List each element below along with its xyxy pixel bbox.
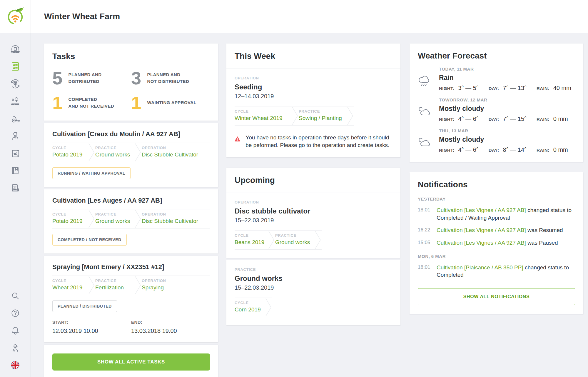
stat-value: 1 <box>52 95 62 111</box>
task-breadcrumb: CYCLE Potato 2019 PRACTICE Ground works … <box>52 209 210 228</box>
this-week-card: This Week OPERATION Seeding 12–14.03.201… <box>226 44 400 157</box>
notification-text: Cultivation [Plaisance / AB 350 PP] chan… <box>437 264 575 279</box>
weather-day-row: THU, 13 MAR Mostly cloudy NIGHT:4° — 6° … <box>418 128 575 153</box>
notification-link[interactable]: Cultivation [Les Vignes / AA 927 AB] <box>437 207 526 213</box>
task-item[interactable]: Cultivation [Les Auges / AA 927 AB] CYCL… <box>44 189 218 253</box>
weather-day-info: THU, 13 MAR Mostly cloudy NIGHT:4° — 6° … <box>439 128 578 153</box>
notification-row: 18:01 Cultivation [Les Vignes / AA 927 A… <box>418 206 575 221</box>
chevron-separator-icon <box>88 209 95 228</box>
breadcrumb-practice: PRACTICE Fertilization <box>95 276 134 295</box>
operation-name[interactable]: Seeding <box>235 83 392 91</box>
breadcrumb-cycle: CYCLE Potato 2019 <box>52 143 88 162</box>
notification-row: 16:22 Cultivation [Les Vignes / AA 927 A… <box>418 226 575 234</box>
stat-waiting-approval: 1 WAINTING APPROVAL <box>131 95 210 111</box>
rain-metric: RAIN:40 mm <box>537 85 571 91</box>
weather-metrics: NIGHT:4° — 6° DAY:7° — 15° RAIN:0 mm <box>439 116 578 122</box>
rain-metric: RAIN:0 mm <box>537 116 568 122</box>
notification-link[interactable]: Cultivation [Plaisance / AB 350 PP] <box>437 264 523 271</box>
stat-planned-not-distributed: 3 PLANNED AND NOT DISTRIBUTED <box>131 70 210 86</box>
day-metric: DAY:7° — 13° <box>489 85 527 91</box>
show-all-active-tasks-button[interactable]: SHOW ALL ACTIVE TASKS <box>52 353 210 371</box>
chevron-separator-icon <box>268 231 275 249</box>
language-flag-icon[interactable] <box>10 360 21 371</box>
notification-group-label: MON, 6 MAR <box>418 254 575 259</box>
breadcrumb-cycle: CYCLE Beans 2019 <box>235 231 268 249</box>
notification-row: 15:05 Cultivation [Les Vignes / AA 927 A… <box>418 239 575 247</box>
weather-day-info: TODAY, 11 MAR Rain NIGHT:3° — 5° DAY:7° … <box>439 66 581 91</box>
task-breadcrumb: CYCLE Wheat 2019 PRACTICE Fertilization … <box>52 276 210 295</box>
weather-forecast-card: Weather Forecast TODAY, 11 MAR Rain NIGH… <box>410 44 583 162</box>
chevron-end-icon <box>314 231 322 249</box>
weather-title: Weather Forecast <box>418 51 575 61</box>
tasks-card: Tasks 5 PLANNED AND DISTRIBUTED 3 PLANNE… <box>44 44 218 377</box>
task-item[interactable]: Cultivation [Creux du Moulin / AA 927 AB… <box>44 123 218 187</box>
tasks-card-title: Tasks <box>52 52 210 61</box>
task-start: START: 12.03.2019 10:00 <box>52 320 131 334</box>
breadcrumb-operation: OPERATION Disc Stubble Cultivator <box>142 209 199 228</box>
weather-day-row: TOWORROW, 12 MAR Mostly cloudy NIGHT:4° … <box>418 97 575 122</box>
task-title: Cultivation [Les Auges / AA 927 AB] <box>52 197 210 204</box>
rain-cloud-icon <box>418 75 431 91</box>
notification-time: 18:01 <box>418 206 437 221</box>
journal-icon[interactable] <box>10 165 21 176</box>
upcoming-title-row: Upcoming <box>226 168 400 193</box>
breadcrumb-cycle: CYCLE Potato 2019 <box>52 209 88 228</box>
show-all-notifications-button[interactable]: SHOW ALL NOTIFICATIONS <box>418 288 575 305</box>
stat-value: 5 <box>52 70 62 86</box>
workers-icon[interactable] <box>10 131 21 141</box>
top-header: Winter Wheat Farm <box>0 0 588 33</box>
weather-condition: Mostly cloudy <box>439 136 578 144</box>
this-week-title-row: This Week <box>226 44 400 69</box>
practice-name[interactable]: Ground works <box>235 274 392 283</box>
operation-name[interactable]: Disc stubble cultivator <box>235 207 392 215</box>
inventory-icon[interactable] <box>10 148 21 159</box>
breadcrumb-cycle: CYCLE Corn 2019 <box>235 298 265 317</box>
notification-link[interactable]: Cultivation [Les Vignes / AA 927 AB] <box>437 227 526 233</box>
rain-metric: RAIN:0 mm <box>537 146 568 153</box>
notification-text: Cultivation [Les Vignes / AA 927 AB] cha… <box>437 206 575 221</box>
stat-planned-distributed: 5 PLANNED AND DISTRIBUTED <box>52 70 131 86</box>
app-logo[interactable] <box>0 0 31 33</box>
weather-metrics: NIGHT:3° — 5° DAY:7° — 13° RAIN:40 mm <box>439 85 581 91</box>
notification-text: Cultivation [Les Vignes / AA 927 AB] was… <box>437 226 563 234</box>
tasks-footer-section: SHOW ALL ACTIVE TASKS <box>44 345 218 377</box>
weather-date: TOWORROW, 12 MAR <box>439 97 578 102</box>
help-icon[interactable] <box>10 308 21 318</box>
clouds-icon <box>418 136 431 153</box>
notification-row: 18:01 Cultivation [Plaisance / AB 350 PP… <box>418 264 575 279</box>
weather-day-row: TODAY, 11 MAR Rain NIGHT:3° — 5° DAY:7° … <box>418 66 575 91</box>
night-metric: NIGHT:4° — 6° <box>439 146 479 153</box>
reports-icon[interactable] <box>10 183 21 193</box>
notifications-title: Notifications <box>418 180 575 189</box>
search-icon[interactable] <box>10 291 21 301</box>
weather-condition: Mostly cloudy <box>439 105 578 113</box>
notification-time: 16:22 <box>418 226 437 234</box>
farm-icon[interactable] <box>10 44 21 54</box>
warning-triangle-icon <box>235 134 240 144</box>
machinery-icon[interactable] <box>10 113 21 124</box>
task-item[interactable]: Spraying [Mont Emery / XX2351 #12] CYCLE… <box>44 256 218 342</box>
notification-link[interactable]: Cultivation [Les Vignes / AA 927 AB] <box>437 240 526 246</box>
this-week-title: This Week <box>235 51 392 61</box>
upcoming-item: OPERATION Disc stubble cultivator 15–22.… <box>226 193 400 258</box>
tasks-stats: 5 PLANNED AND DISTRIBUTED 3 PLANNED AND … <box>52 70 210 111</box>
crop-rotation-icon[interactable] <box>10 79 21 89</box>
operation-dates: 15–22.03.2019 <box>235 217 392 224</box>
breadcrumb-practice: PRACTICE Ground works <box>95 143 134 162</box>
tasks-icon[interactable] <box>10 61 21 72</box>
task-title: Cultivation [Creux du Moulin / AA 927 AB… <box>52 130 210 138</box>
upcoming-title: Upcoming <box>235 176 392 185</box>
operation-breadcrumb: CYCLE Winter Wheat 2019 PRACTICE Sowing … <box>235 106 354 126</box>
weather-condition: Rain <box>439 74 581 82</box>
fields-icon[interactable] <box>10 96 21 106</box>
practice-label: PRACTICE <box>235 267 392 272</box>
breadcrumb-cycle: CYCLE Wheat 2019 <box>52 276 88 295</box>
sidebar-nav <box>0 33 31 377</box>
chevron-separator-icon <box>134 143 142 162</box>
sidebar-main-icons <box>10 44 21 200</box>
notification-text: Cultivation [Les Vignes / AA 927 AB] was… <box>437 239 558 247</box>
stat-completed-not-received: 1 COMPLETED AND NOT RECEIVED <box>52 95 131 111</box>
day-metric: DAY:7° — 15° <box>489 116 527 122</box>
profile-icon[interactable] <box>10 343 21 353</box>
bell-icon[interactable] <box>10 325 21 336</box>
